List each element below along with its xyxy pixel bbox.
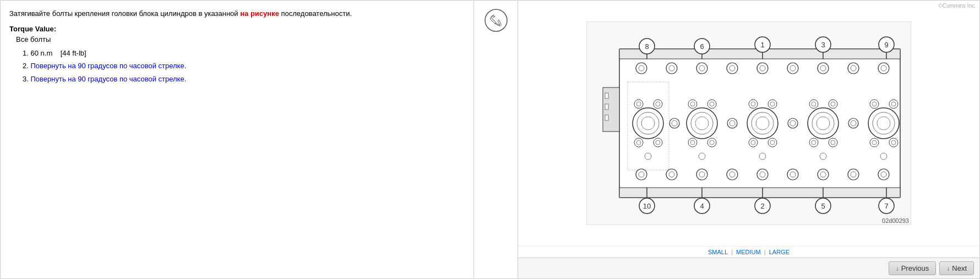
step-3-text: Повернуть на 90 градусов по часовой стре… — [30, 75, 186, 83]
intro-highlight: на рисунке — [240, 9, 279, 18]
svg-rect-7 — [605, 93, 608, 99]
svg-point-100 — [831, 102, 835, 106]
next-label: Next — [952, 264, 967, 272]
left-panel: Затягивайте болты крепления головки блок… — [1, 1, 474, 278]
previous-button[interactable]: ↓ Previous — [889, 261, 937, 275]
svg-point-94 — [751, 102, 755, 106]
next-arrow-icon: ↓ — [946, 265, 950, 272]
svg-point-142 — [699, 153, 705, 160]
svg-line-1 — [492, 15, 494, 17]
middle-panel — [474, 1, 518, 278]
steps-list: 1. 60 n.m [44 ft-lb] 2. Повернуть на 90 … — [9, 48, 465, 85]
svg-point-80 — [656, 140, 660, 145]
size-medium-link[interactable]: MEDIUM — [736, 249, 761, 255]
step-2-number: 2. — [23, 62, 29, 70]
svg-point-143 — [759, 153, 766, 160]
svg-text:10: 10 — [643, 202, 651, 210]
size-small-link[interactable]: SMALL — [708, 249, 728, 255]
intro-before: Затягивайте болты крепления головки блок… — [9, 9, 238, 18]
svg-text:9: 9 — [884, 41, 888, 49]
svg-point-102 — [812, 102, 816, 106]
svg-point-76 — [656, 102, 660, 106]
svg-point-54 — [820, 65, 826, 71]
svg-point-120 — [790, 121, 796, 126]
svg-point-124 — [639, 172, 644, 177]
svg-point-141 — [645, 153, 651, 160]
svg-point-132 — [760, 172, 765, 177]
right-panel: ©Cummins Inc. — [518, 1, 979, 278]
size-links: SMALL | MEDIUM | LARGE — [518, 246, 979, 258]
svg-point-86 — [690, 102, 695, 106]
svg-point-96 — [770, 140, 775, 145]
step-1: 1. 60 n.m [44 ft-lb] — [23, 48, 465, 59]
step-3-number: 3. — [23, 75, 29, 83]
engine-diagram: 8 6 1 3 — [586, 21, 911, 225]
image-area: 8 6 1 3 — [518, 1, 979, 246]
svg-rect-10 — [619, 188, 900, 198]
svg-point-112 — [891, 140, 896, 145]
svg-point-108 — [891, 102, 896, 106]
svg-point-74 — [877, 117, 890, 130]
svg-point-71 — [816, 117, 830, 130]
svg-point-0 — [485, 9, 507, 31]
svg-point-48 — [729, 65, 735, 71]
svg-point-78 — [636, 102, 641, 106]
svg-point-65 — [695, 117, 709, 130]
svg-rect-8 — [605, 104, 608, 110]
svg-point-58 — [881, 65, 886, 71]
svg-point-46 — [699, 65, 705, 71]
svg-point-130 — [729, 172, 735, 177]
svg-point-50 — [760, 65, 765, 71]
svg-point-134 — [790, 172, 796, 177]
svg-point-118 — [729, 121, 735, 126]
separator-2: | — [764, 249, 766, 255]
svg-point-140 — [881, 172, 886, 177]
svg-point-144 — [820, 153, 826, 160]
svg-point-44 — [669, 65, 674, 71]
svg-point-106 — [812, 140, 816, 145]
size-large-link[interactable]: LARGE — [769, 249, 790, 255]
svg-point-42 — [639, 65, 644, 71]
main-container: Затягивайте болты крепления головки блок… — [0, 0, 980, 279]
bolt-label: Все болты — [9, 35, 465, 43]
svg-point-62 — [641, 117, 655, 130]
svg-point-128 — [699, 172, 705, 177]
svg-point-136 — [820, 172, 826, 177]
svg-line-2 — [493, 16, 495, 18]
svg-point-98 — [751, 140, 755, 145]
svg-point-145 — [880, 153, 887, 160]
svg-text:7: 7 — [884, 202, 888, 210]
next-button[interactable]: ↓ Next — [939, 261, 974, 275]
intro-text: Затягивайте болты крепления головки блок… — [9, 8, 465, 19]
step-2: 2. Повернуть на 90 градусов по часовой с… — [23, 61, 465, 72]
step-1-number: 1. — [23, 49, 29, 57]
svg-text:6: 6 — [700, 42, 704, 51]
svg-rect-9 — [605, 115, 608, 121]
svg-point-122 — [851, 121, 856, 126]
step-1-value: 60 n.m [44 ft-lb] — [30, 49, 86, 57]
svg-point-84 — [710, 102, 714, 106]
svg-point-138 — [851, 172, 856, 177]
nav-bar: ↓ Previous ↓ Next — [518, 258, 979, 278]
previous-label: Previous — [901, 264, 929, 272]
step-2-text: Повернуть на 90 градусов по часовой стре… — [30, 62, 186, 70]
svg-point-110 — [872, 102, 876, 106]
svg-point-90 — [690, 140, 695, 145]
svg-point-116 — [672, 121, 677, 126]
svg-text:2: 2 — [760, 202, 764, 210]
intro-after: последовательности. — [281, 9, 352, 18]
svg-point-114 — [872, 140, 876, 145]
svg-point-104 — [831, 140, 835, 145]
previous-arrow-icon: ↓ — [896, 265, 899, 272]
svg-point-52 — [790, 65, 796, 71]
svg-point-88 — [710, 140, 714, 145]
step-3: 3. Повернуть на 90 градусов по часовой с… — [23, 74, 465, 85]
image-wrapper: 8 6 1 3 — [586, 21, 911, 225]
svg-point-92 — [770, 102, 775, 106]
svg-text:8: 8 — [645, 42, 649, 51]
svg-text:3: 3 — [821, 41, 825, 49]
svg-point-82 — [636, 140, 641, 145]
svg-point-56 — [851, 65, 856, 71]
svg-text:1: 1 — [760, 41, 764, 49]
svg-point-126 — [669, 172, 674, 177]
